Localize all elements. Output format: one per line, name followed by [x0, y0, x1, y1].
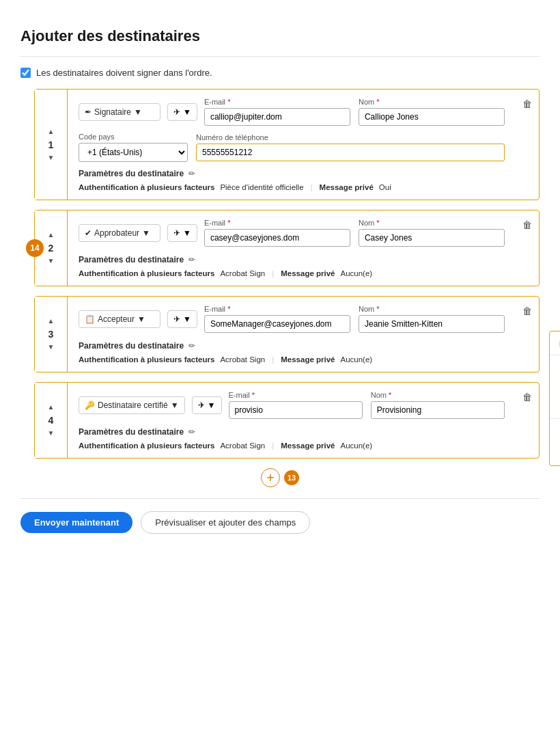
recipient-block-4: 4 🔑 Destinataire certifié ▼ ▼ E-mail * [34, 382, 540, 459]
page-title: Ajouter des destinataires [20, 27, 540, 45]
arrow-up-2[interactable] [46, 230, 56, 240]
send-btn-1[interactable]: ▼ [167, 103, 197, 121]
recipient-block-2: 2 ✔ Approbateur ▼ ▼ E-mail * [34, 210, 540, 286]
fields-group-2: E-mail * Nom * [204, 219, 505, 247]
msg-value-3: Aucun(e) [341, 355, 373, 364]
dropdown-item-cachet[interactable]: 👤 Cachet électronique [550, 422, 560, 441]
send-now-button[interactable]: Envoyer maintenant [20, 512, 132, 533]
phone-wrap-1: Numéro de téléphone [196, 133, 505, 161]
params-row-4: Paramètres du destinataire [79, 426, 505, 437]
params-row-2: Paramètres du destinataire [79, 254, 505, 265]
name-input-1[interactable] [359, 108, 505, 126]
recipient-number-2: 2 [48, 243, 54, 254]
role-dropdown-4[interactable]: 🔑 Destinataire certifié ▼ [79, 396, 185, 414]
trash-icon-3 [522, 305, 532, 317]
email-input-2[interactable] [204, 229, 350, 247]
preview-button[interactable]: Prévisualiser et ajouter des champs [141, 511, 310, 534]
trash-icon-1 [522, 98, 532, 110]
role-icon-2: ✔ [85, 228, 92, 238]
params-row-1: Paramètres du destinataire [79, 167, 505, 179]
recipient-number-1: 1 [48, 139, 54, 150]
edit-params-btn-2[interactable] [188, 254, 196, 265]
edit-params-btn-1[interactable] [188, 167, 196, 179]
send-icon-4 [198, 400, 205, 410]
arrow-up-3[interactable] [46, 316, 56, 326]
recipient-block-3: 3 📋 Accepteur ▼ ▼ E-mail * [34, 296, 540, 372]
role-dropdown-3[interactable]: 📋 Accepteur ▼ [79, 310, 160, 328]
arrow-down-2[interactable] [46, 256, 56, 266]
name-input-3[interactable] [359, 315, 505, 333]
role-dropdown-1[interactable]: ✒ Signataire ▼ [79, 103, 160, 121]
phone-row-1: Code pays +1 (États-Unis) Numéro de télé… [79, 133, 505, 162]
country-select-1[interactable]: +1 (États-Unis) [79, 143, 188, 162]
msg-label-2: Message privé [281, 269, 335, 277]
dropdown-title: Destinataires [550, 337, 560, 355]
send-icon-1 [173, 107, 180, 117]
arrow-up-4[interactable] [46, 403, 56, 412]
name-label-2: Nom * [359, 219, 505, 227]
name-input-2[interactable] [359, 229, 505, 247]
add-row: + 13 [20, 468, 540, 487]
add-recipient-button[interactable]: + [261, 468, 280, 487]
arrow-up-1[interactable] [46, 127, 56, 137]
recipient-fields-row-3: 📋 Accepteur ▼ ▼ E-mail * Nom * [79, 305, 505, 333]
email-input-4[interactable] [229, 401, 363, 419]
dropdown-item-une-personne[interactable]: 👤 Une personne [550, 377, 560, 396]
params-label-1: Paramètres du destinataire [79, 169, 184, 178]
msg-label-3: Message privé [281, 355, 335, 364]
edit-params-btn-3[interactable] [188, 340, 196, 351]
dropdown-divider [550, 418, 560, 419]
side-col-4: 4 [35, 383, 68, 458]
auth-value-3: Acrobat Sign [220, 355, 265, 364]
role-label-4: Destinataire certifié [98, 400, 168, 410]
msg-value-4: Aucun(e) [341, 441, 373, 450]
name-wrap-3: Nom * [359, 305, 505, 333]
pencil-icon-1 [188, 168, 195, 178]
email-input-3[interactable] [204, 315, 350, 333]
role-chevron-1: ▼ [134, 107, 142, 117]
name-wrap-1: Nom * [359, 98, 505, 126]
arrow-down-3[interactable] [46, 342, 56, 352]
send-btn-4[interactable]: ▼ [192, 396, 222, 414]
footer-row: Envoyer maintenant Prévisualiser et ajou… [20, 511, 540, 534]
dropdown-item-cc[interactable]: ✈ Cc [550, 441, 560, 460]
send-chevron-4: ▼ [208, 400, 216, 410]
send-btn-2[interactable]: ▼ [167, 224, 197, 242]
role-icon-1: ✒ [85, 107, 92, 117]
name-input-4[interactable] [371, 401, 505, 419]
send-icon-3 [173, 314, 180, 324]
send-btn-3[interactable]: ▼ [167, 310, 197, 328]
fields-group-3: E-mail * Nom * [204, 305, 505, 333]
delete-btn-1[interactable] [516, 90, 539, 200]
auth-label-2: Authentification à plusieurs facteurs [79, 269, 214, 277]
dropdown-item-moimeme[interactable]: 👤 Moi-même [550, 358, 560, 377]
divider [20, 56, 540, 57]
recipient-main-2: ✔ Approbateur ▼ ▼ E-mail * Nom * [68, 210, 516, 286]
delete-btn-2[interactable] [516, 210, 539, 286]
badge-14: 14 [26, 239, 44, 257]
arrow-down-4[interactable] [46, 429, 56, 438]
dropdown-item-groupe[interactable]: 👥 Groupe [550, 396, 560, 416]
role-chevron-4: ▼ [171, 400, 179, 410]
email-input-1[interactable] [204, 108, 350, 126]
role-chevron-3: ▼ [137, 314, 145, 324]
phone-input-1[interactable] [196, 144, 505, 161]
auth-value-1: Pièce d'identité officielle [220, 183, 303, 191]
auth-row-3: Authentification à plusieurs facteurs Ac… [79, 355, 505, 364]
delete-btn-4[interactable] [516, 383, 539, 458]
delete-btn-3[interactable] [516, 297, 539, 372]
recipient-fields-row-2: ✔ Approbateur ▼ ▼ E-mail * Nom * [79, 219, 505, 247]
params-label-2: Paramètres du destinataire [79, 255, 184, 264]
edit-params-btn-4[interactable] [188, 426, 196, 437]
role-label-2: Approbateur [94, 228, 139, 238]
recipient-fields-row-1: ✒ Signataire ▼ ▼ E-mail * Nom * [79, 98, 505, 126]
email-wrap-4: E-mail * [229, 391, 363, 419]
arrow-down-1[interactable] [46, 153, 56, 163]
sign-order-checkbox[interactable] [20, 68, 31, 78]
name-label-4: Nom * [371, 391, 505, 399]
role-dropdown-2[interactable]: ✔ Approbateur ▼ [79, 224, 160, 242]
footer-divider [20, 498, 540, 499]
name-label-3: Nom * [359, 305, 505, 313]
name-wrap-4: Nom * [371, 391, 505, 419]
trash-icon-2 [522, 219, 532, 231]
